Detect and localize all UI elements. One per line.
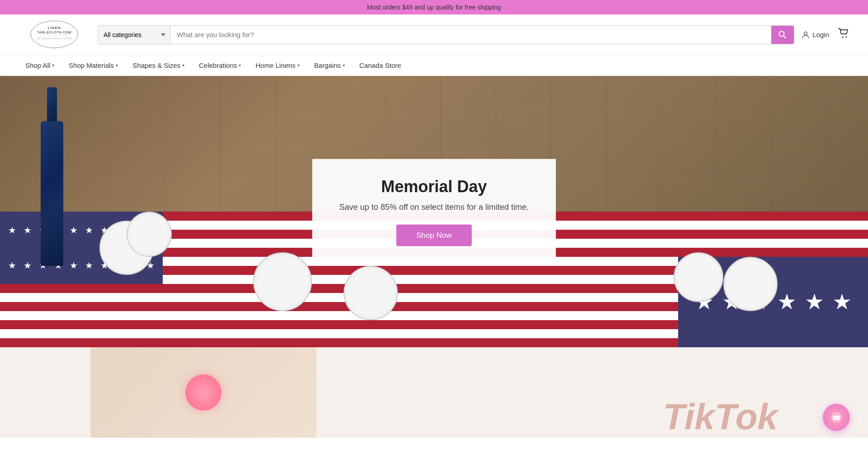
category-select[interactable]: All categories Shop Materials Shapes & S… [98, 26, 170, 44]
user-icon [802, 31, 810, 39]
nav-item-canada-store[interactable]: Canada Store [352, 55, 409, 76]
search-button[interactable] [771, 26, 794, 44]
promo-subtitle: Save up to 85% off on select items for a… [340, 203, 529, 212]
star-icon: ★ [85, 261, 93, 270]
tiktok-watermark: TikTok [663, 396, 778, 438]
nav-item-shop-materials[interactable]: Shop Materials ▾ [61, 55, 125, 76]
svg-line-6 [783, 36, 786, 38]
logo[interactable]: LINEN TABLECLOTH.COM LTC LINENS OFFICIAL… [18, 20, 90, 49]
star-icon: ★ [8, 261, 16, 270]
nav-label-shapes-sizes: Shapes & Sizes [132, 61, 180, 69]
nav-label-celebrations: Celebrations [199, 61, 237, 69]
nav-label-bargains: Bargains [314, 61, 341, 69]
plate [674, 252, 723, 302]
nav-label-shop-all: Shop All [25, 61, 50, 69]
nav: Shop All ▾ Shop Materials ▾ Shapes & Siz… [0, 55, 868, 76]
star-icon-lg: ★ [777, 291, 797, 313]
nav-label-canada-store: Canada Store [359, 61, 401, 69]
star-icon: ★ [8, 226, 16, 235]
nav-item-shop-all[interactable]: Shop All ▾ [18, 55, 61, 76]
shop-now-button[interactable]: Shop Now [396, 225, 472, 246]
cart-icon [838, 28, 850, 39]
chevron-down-icon: ▾ [343, 63, 345, 68]
header-right: Login [802, 28, 850, 42]
chat-icon [830, 411, 843, 424]
login-label: Login [812, 31, 829, 38]
cart-button[interactable] [838, 28, 850, 42]
flower-decoration [185, 374, 222, 411]
bottom-left-image [90, 347, 316, 438]
chevron-down-icon: ▾ [116, 63, 118, 68]
bottle-body [41, 121, 63, 266]
bottle-neck [47, 87, 57, 123]
star-icon-lg: ★ [832, 291, 852, 313]
svg-point-8 [842, 36, 844, 38]
plate [253, 252, 312, 311]
bottle [41, 121, 63, 266]
svg-text:TABLECLOTH.COM: TABLECLOTH.COM [37, 31, 71, 34]
star-icon: ★ [70, 226, 78, 235]
top-banner: Most orders $49 and up qualify for free … [0, 0, 868, 14]
svg-point-0 [31, 21, 78, 48]
logo-svg: LINEN TABLECLOTH.COM LTC LINENS OFFICIAL… [29, 20, 79, 49]
hero-section: ★ ★ ★ ★ ★ ★ ★ ★ ★ ★ ★ ★ ★ ★ ★ ★ ★ ★ ★ ★ [0, 76, 868, 347]
star-icon: ★ [24, 226, 32, 235]
plate [344, 266, 398, 320]
svg-point-7 [804, 32, 807, 35]
nav-item-shapes-sizes[interactable]: Shapes & Sizes ▾ [125, 55, 192, 76]
promo-title: Memorial Day [340, 177, 529, 196]
plate [127, 212, 172, 257]
nav-item-celebrations[interactable]: Celebrations ▾ [192, 55, 248, 76]
promo-card: Memorial Day Save up to 85% off on selec… [312, 159, 556, 265]
chevron-down-icon: ▾ [297, 63, 300, 68]
search-icon [778, 31, 787, 39]
nav-item-home-linens[interactable]: Home Linens ▾ [248, 55, 307, 76]
chevron-down-icon: ▾ [52, 63, 54, 68]
login-button[interactable]: Login [802, 31, 829, 39]
bottom-preview: TikTok [0, 347, 868, 438]
header: LINEN TABLECLOTH.COM LTC LINENS OFFICIAL… [0, 14, 868, 55]
star-icon-lg: ★ [805, 291, 824, 313]
banner-text: Most orders $49 and up qualify for free … [367, 4, 501, 11]
svg-text:LTC LINENS OFFICIAL STORE: LTC LINENS OFFICIAL STORE [37, 37, 72, 40]
star-icon: ★ [24, 261, 32, 270]
nav-item-bargains[interactable]: Bargains ▾ [307, 55, 352, 76]
svg-text:LINEN: LINEN [48, 26, 61, 30]
plate [723, 257, 778, 311]
search-input[interactable] [170, 26, 771, 44]
search-area: All categories Shop Materials Shapes & S… [98, 25, 794, 44]
chevron-down-icon: ▾ [239, 63, 241, 68]
svg-point-9 [846, 36, 847, 38]
nav-label-home-linens: Home Linens [255, 61, 295, 69]
nav-label-shop-materials: Shop Materials [69, 61, 114, 69]
floating-chat-button[interactable] [823, 404, 850, 431]
star-icon: ★ [70, 261, 78, 270]
star-icon: ★ [85, 226, 93, 235]
chevron-down-icon: ▾ [182, 63, 184, 68]
